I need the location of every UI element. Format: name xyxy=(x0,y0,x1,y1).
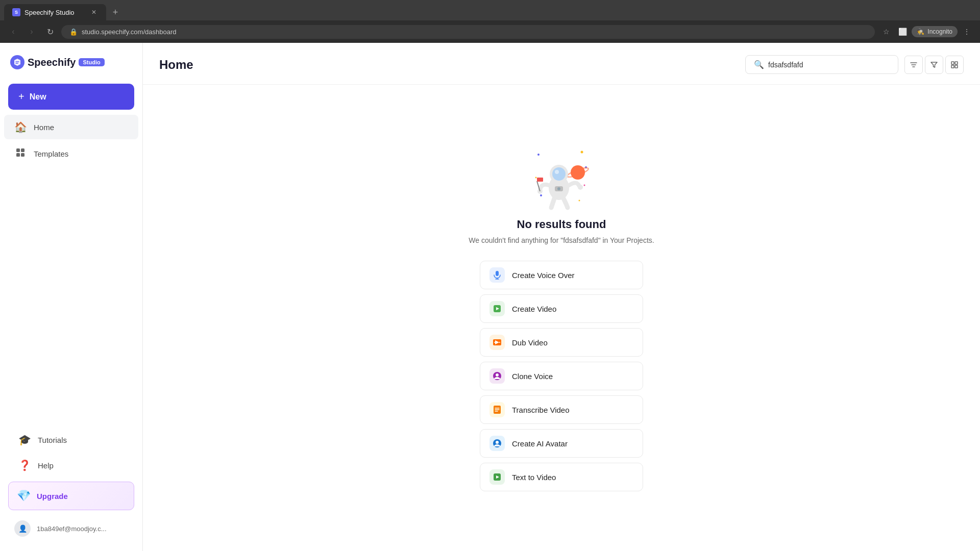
tab-title: Speechify Studio xyxy=(24,9,75,16)
main-header: Home 🔍 xyxy=(143,43,980,85)
incognito-label: Incognito xyxy=(927,28,952,35)
tab-favicon: S xyxy=(12,8,20,16)
filter-button[interactable] xyxy=(925,56,943,74)
action-text-to-video-label: Text to Video xyxy=(512,473,556,482)
svg-point-15 xyxy=(579,200,580,202)
sidebar-item-label-help: Help xyxy=(38,461,54,470)
new-tab-button[interactable]: + xyxy=(108,5,122,19)
bookmark-icon[interactable]: ☆ xyxy=(879,24,893,39)
browser-chrome: S Speechify Studio ✕ + ‹ › ↻ 🔒 studio.sp… xyxy=(0,0,980,43)
action-transcribe-video-label: Transcribe Video xyxy=(512,406,570,414)
address-bar[interactable]: 🔒 studio.speechify.com/dashboard xyxy=(61,25,875,39)
grid-icon xyxy=(950,61,959,69)
help-icon: ❓ xyxy=(18,459,31,471)
svg-point-13 xyxy=(584,185,585,186)
sidebar-bottom: 🎓 Tutorials ❓ Help 💎 Upgrade 👤 1ba849ef@… xyxy=(0,427,142,543)
new-button-label: New xyxy=(30,92,46,102)
sidebar-item-templates[interactable]: Templates xyxy=(4,141,138,166)
svg-point-20 xyxy=(552,167,566,181)
svg-rect-8 xyxy=(955,65,958,68)
menu-icon[interactable]: ⋮ xyxy=(960,24,974,39)
astronaut-svg xyxy=(531,144,592,211)
svg-point-9 xyxy=(537,154,540,156)
text-to-video-icon xyxy=(489,469,505,485)
svg-rect-6 xyxy=(955,62,958,64)
main-content: Home 🔍 xyxy=(143,43,980,551)
sidebar-logo: Speechify Studio xyxy=(0,51,142,80)
templates-icon xyxy=(14,147,27,160)
svg-rect-5 xyxy=(951,62,954,64)
empty-state: No results found We couldn't find anythi… xyxy=(143,85,980,551)
action-clone-voice[interactable]: Clone Voice xyxy=(480,362,643,390)
svg-point-14 xyxy=(540,194,542,196)
url-display: studio.speechify.com/dashboard xyxy=(82,28,176,36)
search-input[interactable] xyxy=(768,61,890,69)
user-profile[interactable]: 👤 1ba849ef@moodjoy.c... xyxy=(4,514,138,543)
sidebar-item-home[interactable]: 🏠 Home xyxy=(4,115,138,139)
search-bar[interactable]: 🔍 xyxy=(745,55,898,74)
sort-button[interactable] xyxy=(904,56,923,74)
sidebar-item-label-tutorials: Tutorials xyxy=(38,436,67,444)
upgrade-button[interactable]: 💎 Upgrade xyxy=(8,482,134,510)
gem-icon: 💎 xyxy=(17,489,31,503)
new-button[interactable]: + New xyxy=(8,84,134,110)
upgrade-label: Upgrade xyxy=(37,492,68,500)
action-clone-voice-label: Clone Voice xyxy=(512,372,553,381)
mic-icon xyxy=(489,267,505,283)
svg-rect-4 xyxy=(21,153,24,157)
sidebar-toggle-icon[interactable]: ⬜ xyxy=(895,24,910,39)
home-icon: 🏠 xyxy=(14,121,27,133)
toolbar-buttons xyxy=(904,56,964,74)
action-create-ai-avatar[interactable]: Create AI Avatar xyxy=(480,429,643,458)
svg-point-25 xyxy=(557,187,560,190)
empty-title: No results found xyxy=(517,218,606,231)
sidebar-item-label-home: Home xyxy=(34,123,54,132)
close-tab-button[interactable]: ✕ xyxy=(90,8,98,16)
action-create-video[interactable]: Create Video xyxy=(480,294,643,323)
page-title: Home xyxy=(159,58,193,72)
reload-button[interactable]: ↻ xyxy=(43,24,57,39)
search-icon: 🔍 xyxy=(754,60,764,69)
incognito-icon: 🕵 xyxy=(917,28,924,35)
action-list: Create Voice Over Create Video xyxy=(480,261,643,491)
action-create-ai-avatar-label: Create AI Avatar xyxy=(512,439,568,448)
tutorials-icon: 🎓 xyxy=(18,434,31,446)
action-dub-video-label: Dub Video xyxy=(512,338,548,347)
sort-icon xyxy=(910,61,918,69)
action-create-voice-over[interactable]: Create Voice Over xyxy=(480,261,643,289)
active-tab[interactable]: S Speechify Studio ✕ xyxy=(4,4,106,20)
svg-rect-7 xyxy=(951,65,954,68)
transcribe-icon xyxy=(489,402,505,417)
svg-rect-3 xyxy=(16,153,20,157)
nav-right: ☆ ⬜ 🕵 Incognito ⋮ xyxy=(879,24,974,39)
logo-mark: Speechify Studio xyxy=(10,55,105,69)
clone-icon xyxy=(489,368,505,384)
studio-badge: Studio xyxy=(79,58,104,66)
svg-rect-2 xyxy=(21,148,24,152)
sidebar-item-tutorials[interactable]: 🎓 Tutorials xyxy=(8,428,134,452)
grid-button[interactable] xyxy=(945,56,964,74)
svg-rect-1 xyxy=(16,148,20,152)
svg-point-10 xyxy=(581,151,583,154)
logo-icon xyxy=(10,55,24,69)
svg-point-21 xyxy=(555,170,559,174)
action-dub-video[interactable]: Dub Video xyxy=(480,328,643,357)
avatar: 👤 xyxy=(14,520,31,537)
sidebar-item-help[interactable]: ❓ Help xyxy=(8,453,134,478)
tab-bar: S Speechify Studio ✕ + xyxy=(0,0,980,20)
incognito-badge[interactable]: 🕵 Incognito xyxy=(912,26,958,37)
back-button[interactable]: ‹ xyxy=(6,24,20,39)
forward-button[interactable]: › xyxy=(24,24,39,39)
action-text-to-video[interactable]: Text to Video xyxy=(480,463,643,491)
action-create-video-label: Create Video xyxy=(512,305,556,313)
app-container: Speechify Studio + New 🏠 Home Templates xyxy=(0,43,980,551)
logo-text: Speechify xyxy=(28,57,76,68)
astronaut-illustration xyxy=(531,144,592,206)
header-right: 🔍 xyxy=(745,55,964,74)
lock-icon: 🔒 xyxy=(69,28,78,36)
sidebar-item-label-templates: Templates xyxy=(34,149,68,158)
svg-point-12 xyxy=(535,177,537,179)
action-transcribe-video[interactable]: Transcribe Video xyxy=(480,395,643,424)
dub-icon xyxy=(489,335,505,350)
svg-rect-28 xyxy=(496,271,499,276)
